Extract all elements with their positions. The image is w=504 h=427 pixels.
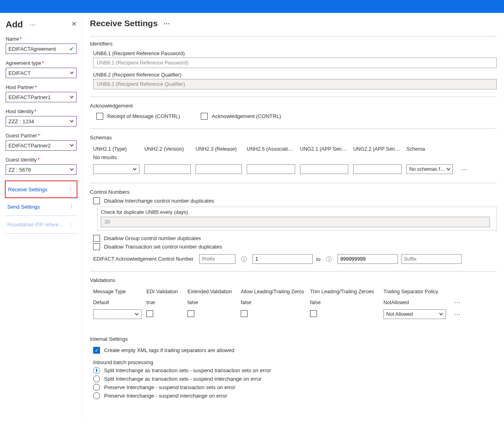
name-label: Name* — [6, 36, 77, 42]
batch-opt4-radio[interactable] — [93, 392, 100, 399]
schemas-input-row: No schemas found ⋯ — [90, 163, 497, 176]
disallow-interchange-label: Disallow Interchange control number dupl… — [104, 198, 214, 204]
close-icon[interactable]: ✕ — [71, 21, 77, 27]
unb62-label: UNB6.2 (Recipient Reference Qualifier) — [93, 72, 497, 78]
chevron-down-icon — [446, 167, 450, 171]
schema-select[interactable]: No schemas found — [406, 164, 453, 174]
ack-section: Acknowledgement Receipt of Message (CONT… — [90, 97, 497, 129]
chevron-right-icon: 〉 — [70, 221, 75, 228]
receipt-label: Receipt of Message (CONTRL) — [107, 113, 180, 119]
ung22-input[interactable] — [353, 164, 402, 174]
validations-input-more-icon[interactable]: ⋯ — [454, 311, 461, 318]
nav-rosettanet[interactable]: RosettaNet PIP references 〉 — [5, 216, 77, 234]
disallow-group-checkbox[interactable] — [93, 235, 100, 242]
ack-from-input[interactable] — [252, 254, 313, 264]
host-partner-label: Host Partner* — [6, 85, 77, 90]
schemas-header: UNH2.1 (Type) UNH2.2 (Version) UNH2.3 (R… — [90, 143, 497, 154]
add-title: Add — [6, 19, 23, 30]
allow-zeros-checkbox[interactable] — [241, 310, 248, 317]
identifiers-heading: Identifiers — [90, 41, 497, 47]
page-more-icon[interactable]: ⋯ — [163, 20, 170, 27]
trim-zeros-checkbox[interactable] — [310, 310, 317, 317]
separator-policy-select[interactable]: Not Allowed — [383, 309, 446, 319]
batch-label: Inbound batch processing — [93, 359, 497, 365]
guest-identity-select[interactable]: ZZ : 5678 — [6, 164, 77, 175]
batch-opt2-radio[interactable] — [93, 375, 100, 382]
chevron-down-icon — [70, 119, 74, 123]
host-identity-label: Host Identity* — [6, 109, 77, 114]
chevron-down-icon — [135, 312, 139, 316]
msg-type-select[interactable] — [93, 309, 142, 319]
guest-partner-select[interactable]: EDIFACTPartner2 — [6, 140, 77, 151]
ack-suffix-input[interactable] — [401, 254, 462, 264]
ung21-input[interactable] — [300, 164, 348, 174]
validations-row-default: Default true false false false NotAllowe… — [90, 297, 497, 308]
batch-opt3-radio[interactable] — [93, 384, 100, 391]
schemas-heading: Schemas — [90, 135, 497, 141]
batch-opt4-label: Preserve Interchange - suspend interchan… — [104, 393, 227, 399]
validations-row-more-icon[interactable]: ⋯ — [454, 298, 461, 306]
add-panel: Add ⋯ ✕ Name* EDIFACTAgreement ✓ Agreeme… — [0, 13, 83, 420]
disallow-interchange-checkbox[interactable] — [93, 197, 100, 204]
to-label: to — [316, 256, 321, 262]
unh25-input[interactable] — [247, 164, 295, 174]
ext-validation-checkbox[interactable] — [187, 310, 194, 317]
disallow-txn-checkbox[interactable] — [93, 243, 100, 250]
check-dup-label: Check for duplicate UNB5 every (days) — [101, 209, 493, 215]
topbar — [0, 0, 504, 13]
chevron-down-icon — [70, 143, 74, 147]
schemas-section: Schemas UNH2.1 (Type) UNH2.2 (Version) U… — [90, 129, 497, 183]
chevron-right-icon: 〉 — [70, 203, 75, 210]
schemas-row-more-icon[interactable]: ⋯ — [461, 166, 468, 173]
schemas-noresults: No results — [90, 154, 497, 163]
info-icon[interactable]: i — [326, 256, 332, 262]
ack-checkbox[interactable] — [201, 113, 208, 120]
host-identity-select[interactable]: ZZZ : 1234 — [6, 116, 77, 126]
identifiers-section: Identifiers UNB6.1 (Recipient Reference … — [90, 36, 497, 97]
guest-identity-label: Guest Identity* — [6, 157, 77, 163]
chevron-down-icon — [133, 167, 137, 171]
unb61-label: UNB6.1 (Recipient Reference Password) — [93, 51, 497, 56]
chevron-down-icon — [70, 95, 74, 99]
guest-partner-label: Guest Partner* — [6, 133, 77, 139]
batch-opt2-label: Split Interchange as transaction sets - … — [104, 376, 262, 382]
unh22-input[interactable] — [144, 164, 191, 174]
receipt-checkbox[interactable] — [96, 113, 103, 120]
host-partner-select[interactable]: EDIFACTPartner1 — [6, 92, 77, 102]
add-more-icon[interactable]: ⋯ — [29, 21, 36, 29]
nav-send-settings[interactable]: Send Settings 〉 — [5, 198, 77, 216]
unb62-input — [93, 79, 497, 89]
ack-to-input[interactable] — [337, 254, 398, 264]
control-numbers-section: Control Numbers Disallow Interchange con… — [90, 183, 497, 271]
ack-ctrl-label: EDIFACT Acknowledgement Control Number — [93, 256, 194, 262]
disallow-group-label: Disallow Group control number duplicates — [104, 235, 201, 241]
unh23-input[interactable] — [196, 164, 242, 174]
ack-heading: Acknowledgement — [90, 103, 497, 109]
chevron-down-icon — [70, 71, 74, 75]
unb61-input[interactable] — [93, 58, 497, 68]
batch-opt1-radio[interactable] — [93, 367, 100, 374]
chevron-down-icon — [70, 168, 74, 172]
info-icon[interactable]: i — [241, 256, 247, 262]
ack-label: Acknowledgement (CONTRL) — [212, 113, 281, 119]
chevron-down-icon — [439, 312, 443, 316]
valid-check-icon: ✓ — [69, 46, 74, 52]
receive-settings-panel: Receive Settings ⋯ Identifiers UNB6.1 (R… — [83, 13, 504, 420]
batch-opt3-label: Preserve Interchange - suspend transacto… — [104, 384, 235, 390]
validations-input-row: Not Allowed ⋯ — [90, 308, 497, 321]
validations-heading: Validations — [90, 277, 497, 283]
create-empty-checkbox[interactable]: ✓ — [93, 347, 100, 354]
internal-heading: Internal Settings — [90, 336, 497, 342]
validations-section: Validations Message Type EDI Validation … — [90, 271, 497, 328]
edi-validation-checkbox[interactable] — [146, 310, 153, 317]
agreement-type-label: Agreement type* — [6, 60, 77, 66]
disallow-txn-label: Disallow Transaction set control number … — [104, 244, 222, 250]
name-input[interactable]: EDIFACTAgreement ✓ — [6, 44, 77, 54]
control-numbers-heading: Control Numbers — [90, 189, 497, 195]
agreement-type-select[interactable]: EDIFACT — [6, 68, 77, 78]
create-empty-label: Create empty XML tags if trailing separa… — [104, 347, 234, 353]
chevron-right-icon: 〉 — [69, 186, 74, 193]
nav-receive-settings[interactable]: Receive Settings 〉 — [5, 180, 77, 198]
ack-prefix-input[interactable] — [199, 254, 235, 264]
unh21-select[interactable] — [93, 164, 140, 174]
